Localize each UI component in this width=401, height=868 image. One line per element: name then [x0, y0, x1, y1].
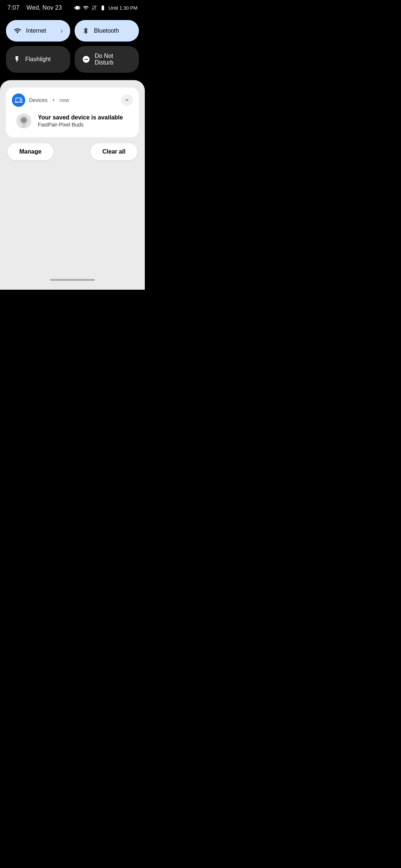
notification-area: Devices • now Your save [0, 80, 145, 273]
internet-label: Internet [26, 27, 56, 34]
notif-text-content: Your saved device is available FastPair-… [38, 114, 123, 128]
bluetooth-tile-icon [82, 27, 89, 35]
vibrate-icon [74, 4, 80, 11]
notif-title: Your saved device is available [38, 114, 123, 121]
date-text: Wed, Nov 23 [26, 4, 62, 11]
notif-header-left: Devices • now [12, 93, 69, 107]
pixel-buds-icon [15, 112, 33, 130]
flashlight-tile-icon [13, 55, 21, 63]
clear-all-button[interactable]: Clear all [91, 143, 137, 160]
nav-handle-area [0, 273, 145, 290]
svg-point-2 [22, 118, 26, 122]
status-bar: 7:07 Wed, Nov 23 Until 1:30 PM [0, 0, 145, 14]
manage-button[interactable]: Manage [7, 143, 53, 160]
notif-app-name: Devices [29, 97, 48, 103]
wifi-icon [82, 5, 89, 11]
signal-icon [91, 5, 97, 11]
bluetooth-label: Bluetooth [94, 27, 131, 34]
battery-icon [100, 5, 106, 11]
notif-header: Devices • now [12, 93, 133, 107]
notification-card-devices: Devices • now Your save [6, 88, 139, 137]
notif-time: • [53, 97, 55, 103]
status-time: 7:07 Wed, Nov 23 [7, 4, 62, 11]
time-text: 7:07 [7, 4, 19, 11]
dnd-tile-icon [82, 55, 90, 63]
tile-internet[interactable]: Internet › [6, 20, 70, 42]
tile-bluetooth[interactable]: Bluetooth [75, 20, 139, 42]
notification-collapse-button[interactable] [121, 94, 133, 106]
internet-arrow-icon: › [61, 27, 63, 35]
wifi-tile-icon [13, 27, 22, 34]
quick-settings-panel: Internet › Bluetooth Flashlight Do Not D… [0, 14, 145, 80]
devices-app-icon [12, 93, 25, 107]
nav-gesture-bar [50, 279, 95, 281]
notif-time-value: now [60, 97, 69, 103]
dnd-label: Do Not Disturb [95, 53, 131, 66]
status-right-icons: Until 1:30 PM [74, 4, 137, 11]
svg-rect-3 [22, 124, 25, 128]
notif-body: Your saved device is available FastPair-… [12, 112, 133, 130]
tile-do-not-disturb[interactable]: Do Not Disturb [75, 46, 139, 73]
earbuds-illustration [16, 113, 32, 129]
battery-label: Until 1:30 PM [108, 5, 137, 11]
notification-actions: Manage Clear all [6, 143, 139, 160]
flashlight-label: Flashlight [25, 56, 63, 63]
tile-flashlight[interactable]: Flashlight [6, 46, 70, 73]
chevron-up-icon [124, 97, 130, 103]
notif-subtitle: FastPair-Pixel Buds [38, 122, 123, 128]
